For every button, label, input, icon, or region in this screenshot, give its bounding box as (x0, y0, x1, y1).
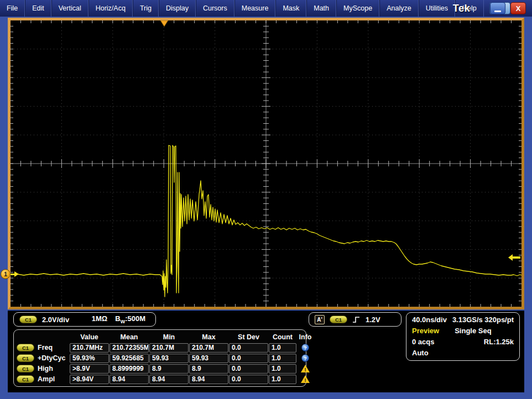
menu-vertical[interactable]: Vertical (51, 0, 88, 17)
trigger-channel-badge: C1 (330, 316, 347, 323)
trigger-readout[interactable]: A' C1 1.2V (309, 312, 401, 327)
acquisition-readout[interactable]: 40.0ns/div 3.13GS/s 320ps/pt Preview Sin… (406, 312, 520, 361)
input-settings: 1MΩ BW:500M (92, 314, 150, 324)
channel-badge: C1 (17, 354, 34, 362)
record-length: RL:1.25k (484, 338, 514, 346)
channel-badge: C1 (17, 344, 34, 351)
channel-badge: C1 (17, 375, 34, 383)
menu-measure[interactable]: Measure (234, 0, 276, 17)
bandwidth: BW:500M (115, 314, 145, 324)
graticule (11, 20, 521, 307)
impedance: 1MΩ (92, 314, 107, 323)
menu-math[interactable]: Math (306, 0, 336, 17)
channel-1-marker[interactable]: 1 (1, 269, 19, 279)
channel-badge: C1 (19, 316, 37, 323)
minimize-button[interactable] (490, 2, 505, 14)
channel-1-badge: 1 (1, 269, 11, 279)
measurement-table[interactable]: Value Mean Min Max St Dev Count Info C1 … (13, 329, 306, 387)
trigger-level: 1.2V (366, 316, 380, 324)
menu-file[interactable]: File (0, 0, 25, 17)
close-button[interactable]: X (510, 2, 526, 14)
close-icon: X (516, 4, 521, 13)
question-icon[interactable]: ? (301, 344, 309, 351)
menu-trig[interactable]: Trig (133, 0, 159, 17)
vertical-scale: 2.0V/div (42, 316, 69, 324)
minimize-icon (494, 11, 501, 12)
menu-cursors[interactable]: Cursors (196, 0, 234, 17)
channel-arrow-tip-icon (14, 271, 19, 277)
channel-badge: C1 (17, 365, 34, 372)
channel-arrow-icon (11, 274, 14, 275)
menu-utilities[interactable]: Utilities (419, 0, 455, 17)
menu-edit[interactable]: Edit (25, 0, 51, 17)
acq-mode: Preview (412, 327, 439, 335)
oscilloscope-app: File Edit Vertical Horiz/Acq Trig Displa… (0, 0, 532, 399)
rising-edge-icon (352, 316, 361, 324)
resolution: 320ps/pt (484, 316, 514, 324)
table-row-ampl: C1 Ampl >8.94V 8.94 8.94 8.94 0.0 1.0 ! (17, 374, 303, 384)
menu-analyze[interactable]: Analyze (379, 0, 418, 17)
warning-icon[interactable]: ! (301, 365, 310, 372)
question-icon[interactable]: ? (301, 354, 309, 362)
timebase: 40.0ns/div (412, 316, 447, 324)
menu-horiz-acq[interactable]: Horiz/Acq (88, 0, 133, 17)
run-mode: Single Seq (455, 327, 491, 335)
tek-logo: Tek (453, 3, 470, 14)
warning-icon[interactable]: ! (301, 375, 310, 383)
table-row-freq: C1 Freq 210.7MHz 210.72355M 210.7M 210.7… (17, 343, 303, 353)
measurement-header: Value Mean Min Max St Dev Count Info (17, 332, 303, 342)
waveform-display (8, 18, 524, 309)
table-row-high: C1 High >8.9V 8.8999999 8.9 8.9 0.0 1.0 … (17, 364, 303, 374)
menu-bar: File Edit Vertical Horiz/Acq Trig Displa… (0, 0, 532, 17)
menu-display[interactable]: Display (159, 0, 196, 17)
status-panel: C1 2.0V/div 1MΩ BW:500M A' C1 1.2V 40.0n… (8, 311, 524, 392)
trigger-source-badge: A' (315, 315, 325, 324)
trigger-mode: Auto (412, 349, 429, 357)
menu-mask[interactable]: Mask (275, 0, 306, 17)
table-row-dtycyc: C1 +DtyCyc 59.93% 59.925685 59.93 59.93 … (17, 353, 303, 363)
vertical-readout[interactable]: C1 2.0V/div 1MΩ BW:500M (13, 312, 156, 327)
acq-count: 0 acqs (412, 338, 434, 346)
menu-myscope[interactable]: MyScope (336, 0, 379, 17)
sample-rate: 3.13GS/s (452, 316, 483, 324)
